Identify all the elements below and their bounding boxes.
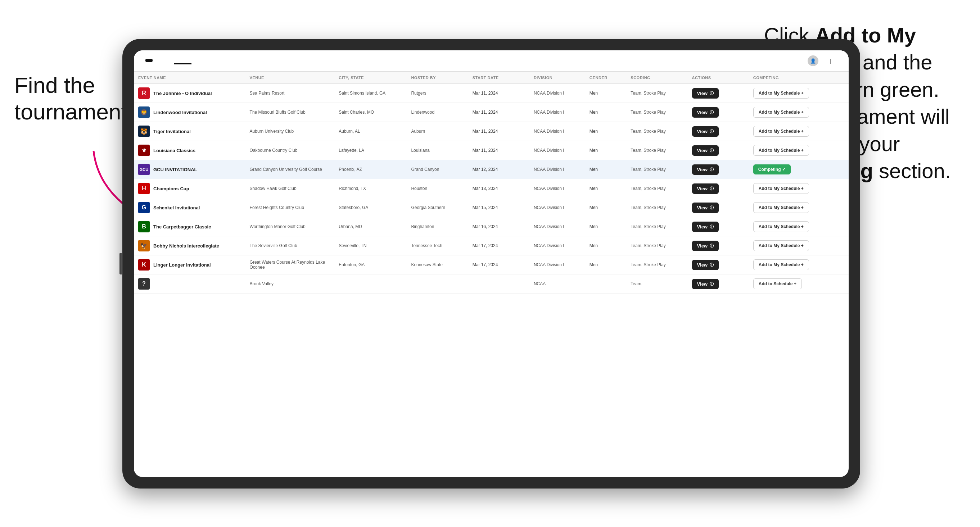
nav-tabs xyxy=(174,57,209,64)
city-cell: Sevierville, TN xyxy=(334,237,407,256)
scoring-cell: Team, Stroke Play xyxy=(626,160,687,179)
team-logo: 🐯 xyxy=(138,125,150,137)
competing-cell: Add to Schedule + xyxy=(749,275,849,294)
actions-cell: View ⓘ xyxy=(688,256,749,275)
table-row: ⚜ Louisiana Classics Oakbourne Country C… xyxy=(134,141,849,160)
col-header-division: DIVISION xyxy=(530,72,585,84)
start-cell: Mar 11, 2024 xyxy=(468,141,530,160)
add-schedule-button[interactable]: Add to My Schedule + xyxy=(753,107,809,117)
city-cell: Saint Charles, MO xyxy=(334,103,407,122)
gender-cell: Men xyxy=(585,217,627,237)
table-container: EVENT NAME VENUE CITY, STATE HOSTED BY S… xyxy=(134,72,849,477)
division-cell: NCAA xyxy=(530,275,585,294)
table-body: R The Johnnie - O Individual Sea Palms R… xyxy=(134,84,849,294)
gender-cell: Men xyxy=(585,237,627,256)
gender-cell: Men xyxy=(585,256,627,275)
competing-cell: Add to My Schedule + xyxy=(749,84,849,103)
actions-cell: View ⓘ xyxy=(688,160,749,179)
hosted-cell: Grand Canyon xyxy=(407,160,468,179)
table-row: GCU GCU INVITATIONAL Grand Canyon Univer… xyxy=(134,160,849,179)
team-logo: 🦅 xyxy=(138,240,150,251)
venue-cell: Sea Palms Resort xyxy=(245,84,335,103)
city-cell xyxy=(334,275,407,294)
team-logo: ? xyxy=(138,278,150,290)
competing-cell: Add to My Schedule + xyxy=(749,217,849,237)
scoring-cell: Team, Stroke Play xyxy=(626,179,687,198)
view-button[interactable]: View ⓘ xyxy=(692,222,719,232)
view-button[interactable]: View ⓘ xyxy=(692,107,719,117)
col-header-event: EVENT NAME xyxy=(134,72,245,84)
start-cell: Mar 15, 2024 xyxy=(468,198,530,217)
event-name-cell: K Linger Longer Invitational xyxy=(134,256,245,275)
city-cell: Richmond, TX xyxy=(334,179,407,198)
team-logo: K xyxy=(138,259,150,270)
tab-tournaments[interactable] xyxy=(174,57,191,64)
add-schedule-button[interactable]: Add to Schedule + xyxy=(753,278,802,289)
hosted-cell xyxy=(407,275,468,294)
start-cell: Mar 11, 2024 xyxy=(468,84,530,103)
view-button[interactable]: View ⓘ xyxy=(692,88,719,98)
hosted-cell: Lindenwood xyxy=(407,103,468,122)
hosted-cell: Louisiana xyxy=(407,141,468,160)
add-schedule-button[interactable]: Add to My Schedule + xyxy=(753,126,809,137)
table-header: EVENT NAME VENUE CITY, STATE HOSTED BY S… xyxy=(134,72,849,84)
event-name-text: Schenkel Invitational xyxy=(153,205,200,210)
view-button[interactable]: View ⓘ xyxy=(692,164,719,175)
view-button[interactable]: View ⓘ xyxy=(692,126,719,137)
gender-cell xyxy=(585,275,627,294)
team-logo: 🦁 xyxy=(138,106,150,118)
tab-teams[interactable] xyxy=(191,57,209,64)
user-avatar: 👤 xyxy=(808,56,818,66)
division-cell: NCAA Division I xyxy=(530,237,585,256)
view-button[interactable]: View ⓘ xyxy=(692,241,719,251)
venue-cell: Brook Valley xyxy=(245,275,335,294)
city-cell: Eatonton, GA xyxy=(334,256,407,275)
table-row: ? Brook Valley NCAA Team, View ⓘ Add to … xyxy=(134,275,849,294)
view-button[interactable]: View ⓘ xyxy=(692,183,719,194)
col-header-competing: COMPETING xyxy=(749,72,849,84)
add-schedule-button[interactable]: Add to My Schedule + xyxy=(753,88,809,98)
venue-cell: Great Waters Course At Reynolds Lake Oco… xyxy=(245,256,335,275)
view-button[interactable]: View ⓘ xyxy=(692,203,719,213)
col-header-hosted: HOSTED BY xyxy=(407,72,468,84)
event-name-cell: ⚜ Louisiana Classics xyxy=(134,141,245,160)
competing-cell: Add to My Schedule + xyxy=(749,198,849,217)
view-button[interactable]: View ⓘ xyxy=(692,260,719,270)
add-schedule-button[interactable]: Add to My Schedule + xyxy=(753,259,809,270)
scoring-cell: Team, Stroke Play xyxy=(626,122,687,141)
actions-cell: View ⓘ xyxy=(688,237,749,256)
event-name-text: Louisiana Classics xyxy=(153,148,196,153)
tournaments-table: EVENT NAME VENUE CITY, STATE HOSTED BY S… xyxy=(134,72,849,294)
city-cell: Statesboro, GA xyxy=(334,198,407,217)
event-name-cell: 🦅 Bobby Nichols Intercollegiate xyxy=(134,237,245,256)
table-row: H Champions Cup Shadow Hawk Golf Club Ri… xyxy=(134,179,849,198)
add-schedule-button[interactable]: Add to My Schedule + xyxy=(753,145,809,156)
scoring-cell: Team, Stroke Play xyxy=(626,103,687,122)
competing-cell: Add to My Schedule + xyxy=(749,141,849,160)
side-button xyxy=(119,253,122,275)
division-cell: NCAA Division I xyxy=(530,122,585,141)
add-schedule-button[interactable]: Add to My Schedule + xyxy=(753,183,809,194)
add-schedule-button[interactable]: Add to My Schedule + xyxy=(753,240,809,251)
competing-cell: Add to My Schedule + xyxy=(749,179,849,198)
hosted-cell: Georgia Southern xyxy=(407,198,468,217)
start-cell xyxy=(468,275,530,294)
event-name-cell: B The Carpetbagger Classic xyxy=(134,217,245,237)
venue-cell: Forest Heights Country Club xyxy=(245,198,335,217)
event-name-cell: 🦁 Lindenwood Invitational xyxy=(134,103,245,122)
competing-button[interactable]: Competing ✓ xyxy=(753,164,791,175)
event-name-cell: R The Johnnie - O Individual xyxy=(134,84,245,103)
division-cell: NCAA Division I xyxy=(530,179,585,198)
start-cell: Mar 16, 2024 xyxy=(468,217,530,237)
actions-cell: View ⓘ xyxy=(688,141,749,160)
add-schedule-button[interactable]: Add to My Schedule + xyxy=(753,221,809,232)
add-schedule-button[interactable]: Add to My Schedule + xyxy=(753,202,809,213)
venue-cell: The Missouri Bluffs Golf Club xyxy=(245,103,335,122)
col-header-scoring: SCORING xyxy=(626,72,687,84)
event-name-cell: ? xyxy=(134,275,245,294)
division-cell: NCAA Division I xyxy=(530,198,585,217)
view-button[interactable]: View ⓘ xyxy=(692,279,719,289)
view-button[interactable]: View ⓘ xyxy=(692,145,719,156)
gender-cell: Men xyxy=(585,198,627,217)
team-logo: B xyxy=(138,221,150,232)
